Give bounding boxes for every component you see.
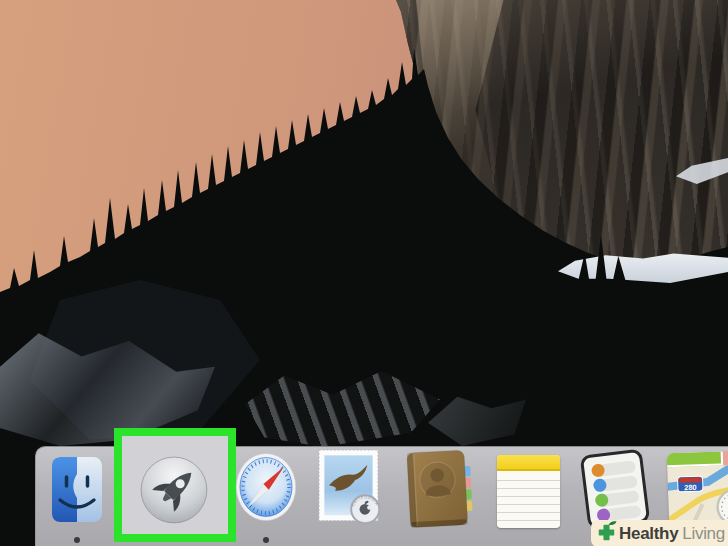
safari-compass-icon bbox=[235, 452, 297, 522]
dock-item-safari[interactable] bbox=[235, 452, 297, 522]
finder-running-indicator bbox=[74, 537, 80, 543]
mail-stamp-icon: CALIFORNIA bbox=[317, 448, 384, 528]
dock-item-maps[interactable]: 280 3 bbox=[667, 451, 728, 529]
maps-icon: 280 3 bbox=[667, 451, 728, 529]
healthy-living-watermark: Healthy Living bbox=[591, 520, 728, 546]
dock-item-contacts[interactable] bbox=[406, 450, 474, 528]
finder-icon bbox=[52, 457, 102, 522]
orange-bullet-icon bbox=[591, 463, 605, 477]
launchpad-rocket-icon bbox=[139, 455, 209, 525]
dock-item-launchpad[interactable] bbox=[139, 455, 209, 525]
maps-overlays: 280 3 bbox=[667, 451, 728, 529]
dock-item-finder[interactable] bbox=[52, 457, 102, 522]
contacts-book-icon bbox=[406, 450, 474, 528]
notes-lined-paper bbox=[497, 473, 560, 526]
watermark-brand-bold: Healthy bbox=[619, 524, 678, 544]
reminders-row bbox=[595, 475, 638, 492]
mail-postmark: CALIFORNIA bbox=[351, 495, 379, 523]
dock-item-mail[interactable]: CALIFORNIA bbox=[317, 448, 384, 528]
reminders-row bbox=[593, 460, 636, 477]
notes-yellow-header bbox=[497, 455, 560, 471]
watermark-brand-light: Living bbox=[682, 524, 725, 544]
svg-text:280: 280 bbox=[684, 483, 697, 492]
notes-icon bbox=[497, 455, 560, 528]
green-bullet-icon bbox=[595, 493, 609, 507]
desktop-screen: CALIFORNIA bbox=[0, 0, 728, 546]
blue-bullet-icon bbox=[593, 478, 607, 492]
reminders-row bbox=[597, 490, 640, 507]
interstate-280-shield: 280 bbox=[678, 476, 704, 492]
safari-running-indicator bbox=[263, 537, 269, 543]
dock-item-notes[interactable] bbox=[497, 455, 560, 528]
healthy-living-plus-icon bbox=[596, 518, 618, 544]
